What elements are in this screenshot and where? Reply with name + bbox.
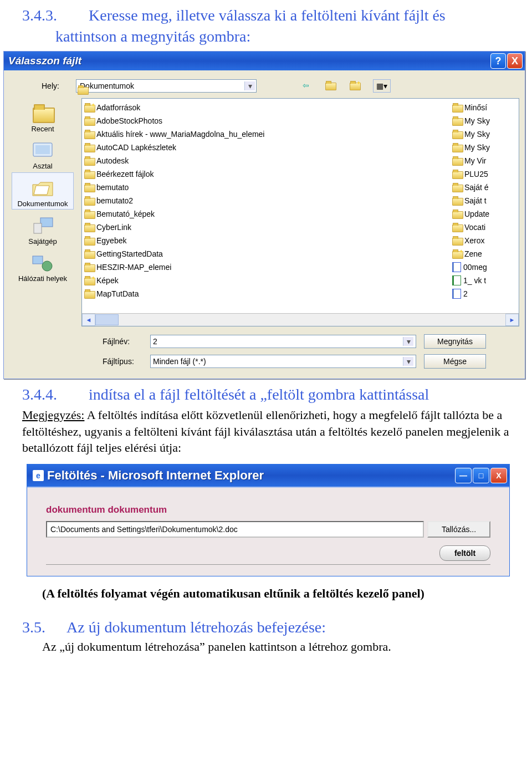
up-one-level-icon[interactable] bbox=[324, 79, 336, 91]
new-folder-icon[interactable]: ✦ bbox=[349, 79, 361, 91]
open-button[interactable]: Megnyitás bbox=[424, 334, 486, 349]
cancel-button[interactable]: Mégse bbox=[424, 354, 486, 369]
file-item[interactable]: 00meg bbox=[451, 261, 518, 274]
close-button[interactable]: X bbox=[507, 53, 523, 69]
browse-button[interactable]: Tallózás... bbox=[427, 521, 490, 538]
file-name: My Vir bbox=[464, 156, 486, 165]
file-item[interactable]: My Sky bbox=[451, 141, 518, 154]
file-name: 00meg bbox=[463, 263, 487, 272]
file-item[interactable]: GettingStartedData bbox=[83, 247, 449, 261]
file-open-dialog: Válasszon fájlt ? X Hely: Dokumentumok ▾… bbox=[3, 51, 525, 379]
file-name: Autodesk bbox=[96, 156, 129, 165]
filetype-label: Fájltípus: bbox=[103, 357, 142, 366]
file-item[interactable]: AutoCAD Lapkészletek bbox=[83, 141, 449, 154]
places-bar: Recent Asztal Dokumentumok bbox=[9, 98, 76, 326]
file-item[interactable]: bemutato2 bbox=[83, 194, 449, 207]
place-network[interactable]: Hálózati helyek bbox=[12, 248, 73, 284]
close-button[interactable]: X bbox=[490, 468, 507, 483]
scroll-right-icon[interactable]: ► bbox=[505, 314, 519, 326]
step-number: 3.4.3. bbox=[22, 7, 89, 24]
filename-input[interactable]: 2 ▾ bbox=[150, 335, 416, 348]
file-item[interactable]: ✦Adatforrások bbox=[83, 101, 449, 114]
file-name: Aktuális hírek - www_MariaMagdolna_hu_el… bbox=[96, 130, 264, 139]
place-desktop[interactable]: Asztal bbox=[12, 135, 73, 171]
file-item[interactable]: MapTutData bbox=[83, 287, 449, 300]
step-text: indítsa el a fájl feltöltését a „feltölt… bbox=[89, 386, 429, 404]
folder-icon: ✦ bbox=[452, 250, 462, 258]
file-name: Adatforrások bbox=[96, 103, 140, 112]
file-name: bemutato2 bbox=[96, 196, 133, 205]
view-menu-icon[interactable]: ▦▾ bbox=[373, 79, 391, 93]
maximize-button[interactable]: □ bbox=[473, 468, 489, 483]
file-item[interactable]: AdobeStockPhotos bbox=[83, 114, 449, 127]
file-name: 2 bbox=[463, 289, 468, 298]
file-item[interactable]: ✦Képek bbox=[83, 274, 449, 287]
look-in-value: Dokumentumok bbox=[80, 81, 244, 90]
file-item[interactable]: Saját t bbox=[451, 194, 518, 207]
file-name: Update bbox=[464, 210, 489, 218]
file-name: Beérkezett fájlok bbox=[96, 170, 154, 178]
step-3-5-heading: 3.5.Az új dokumentum létrehozás befejezé… bbox=[22, 619, 532, 636]
file-list[interactable]: ✦AdatforrásokAdobeStockPhotosAktuális hí… bbox=[81, 98, 519, 326]
scroll-left-icon[interactable]: ◄ bbox=[82, 314, 95, 326]
file-name: Bemutató_képek bbox=[96, 210, 155, 218]
file-item[interactable]: bemutato bbox=[83, 181, 449, 194]
note-body: A feltöltés indítása előtt közvetlenül e… bbox=[22, 408, 509, 455]
folder-icon bbox=[84, 237, 94, 244]
file-item[interactable]: Beérkezett fájlok bbox=[83, 167, 449, 181]
file-item[interactable]: Xerox bbox=[451, 234, 518, 247]
file-item[interactable]: My Sky bbox=[451, 114, 518, 127]
note: Megjegyzés: A feltöltés indítása előtt k… bbox=[22, 407, 510, 456]
file-item[interactable]: Aktuális hírek - www_MariaMagdolna_hu_el… bbox=[83, 127, 449, 141]
ie-titlebar[interactable]: e Feltöltés - Microsoft Internet Explore… bbox=[27, 464, 509, 487]
place-documents[interactable]: Dokumentumok bbox=[12, 172, 74, 210]
folder-icon bbox=[84, 223, 94, 231]
dialog-titlebar[interactable]: Válasszon fájlt ? X bbox=[4, 52, 525, 70]
chevron-down-icon[interactable]: ▾ bbox=[403, 357, 413, 366]
file-item[interactable]: Vocati bbox=[451, 221, 518, 234]
folder-icon bbox=[84, 117, 94, 125]
file-path-input[interactable]: C:\Documents and Settings\tferi\Dokument… bbox=[46, 521, 424, 538]
svg-rect-1 bbox=[35, 145, 50, 154]
filetype-dropdown[interactable]: Minden fájl (*.*) ▾ bbox=[150, 355, 416, 368]
scroll-track[interactable] bbox=[95, 314, 505, 325]
horizontal-scrollbar[interactable]: ◄ ► bbox=[82, 313, 519, 326]
scroll-thumb[interactable] bbox=[95, 314, 119, 325]
file-name: Xerox bbox=[464, 236, 485, 245]
file-item[interactable]: 1_ vk t bbox=[451, 274, 518, 287]
look-in-dropdown[interactable]: Dokumentumok ▾ bbox=[76, 79, 257, 93]
panel-title: dokumentum dokumentum bbox=[46, 504, 490, 515]
place-computer[interactable]: Sajátgép bbox=[12, 211, 73, 247]
file-item[interactable]: Saját é bbox=[451, 181, 518, 194]
minimize-button[interactable]: — bbox=[455, 468, 472, 483]
folder-icon bbox=[84, 170, 94, 178]
file-item[interactable]: ✦Zene bbox=[451, 247, 518, 261]
file-item[interactable]: HESZIR-MAP_elemei bbox=[83, 261, 449, 274]
file-item[interactable]: CyberLink bbox=[83, 221, 449, 234]
file-item[interactable]: Egyebek bbox=[83, 234, 449, 247]
file-item[interactable]: Autodesk bbox=[83, 154, 449, 167]
folder-icon bbox=[452, 130, 462, 138]
file-item[interactable]: 2 bbox=[451, 287, 518, 300]
place-recent[interactable]: Recent bbox=[12, 98, 73, 134]
chevron-down-icon[interactable]: ▾ bbox=[244, 81, 255, 90]
note-label: Megjegyzés: bbox=[22, 408, 84, 422]
file-item[interactable]: Minősí bbox=[451, 101, 518, 114]
file-name: AdobeStockPhotos bbox=[96, 116, 162, 125]
step-3-5-sub: Az „új dokumentum létrehozása” panelen k… bbox=[42, 639, 510, 655]
file-name: Saját t bbox=[464, 196, 487, 205]
file-item[interactable]: Update bbox=[451, 207, 518, 221]
file-item[interactable]: PLU25 bbox=[451, 167, 518, 181]
upload-button[interactable]: feltölt bbox=[439, 545, 490, 561]
folder-icon bbox=[84, 130, 94, 138]
file-item[interactable]: Bemutató_képek bbox=[83, 207, 449, 221]
step-3-4-3: 3.4.3. Keresse meg, illetve válassza ki … bbox=[0, 0, 532, 50]
back-icon[interactable]: ⇦ bbox=[300, 79, 312, 91]
file-name: My Sky bbox=[464, 130, 490, 139]
chevron-down-icon[interactable]: ▾ bbox=[403, 337, 413, 346]
folder-icon bbox=[452, 144, 462, 151]
help-button[interactable]: ? bbox=[490, 53, 506, 69]
file-item[interactable]: My Vir bbox=[451, 154, 518, 167]
folder-icon bbox=[84, 263, 94, 271]
file-item[interactable]: My Sky bbox=[451, 127, 518, 141]
